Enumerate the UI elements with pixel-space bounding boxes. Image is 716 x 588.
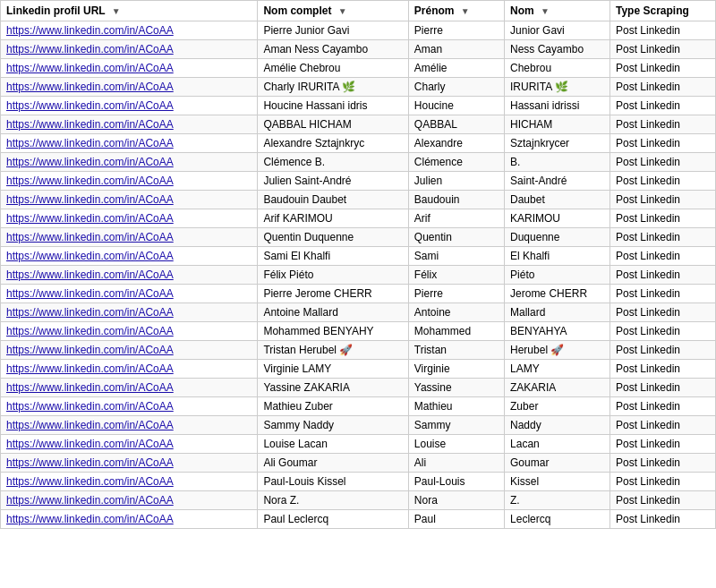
linkedin-url-link[interactable]: https://www.linkedin.com/in/ACoAA	[6, 287, 174, 300]
cell-nom-complet: Félix Piéto	[258, 266, 408, 285]
cell-url: https://www.linkedin.com/in/ACoAA	[1, 435, 258, 454]
cell-nom-complet: Julien Saint-André	[258, 172, 408, 191]
linkedin-url-link[interactable]: https://www.linkedin.com/in/ACoAA	[6, 381, 174, 394]
cell-type-scraping: Post Linkedin	[610, 379, 716, 397]
linkedin-url-link[interactable]: https://www.linkedin.com/in/ACoAA	[6, 344, 174, 356]
linkedin-url-link[interactable]: https://www.linkedin.com/in/ACoAA	[6, 438, 174, 450]
cell-nom-complet: Alexandre Sztajnkryc	[258, 134, 408, 153]
cell-nom: Saint-André	[505, 172, 610, 191]
cell-url: https://www.linkedin.com/in/ACoAA	[1, 134, 258, 153]
linkedin-url-link[interactable]: https://www.linkedin.com/in/ACoAA	[6, 475, 174, 488]
cell-nom-complet: Sami El Khalfi	[258, 247, 408, 266]
cell-nom-complet: Arif KARIMOU	[258, 209, 408, 228]
cell-prenom: Virginie	[408, 360, 504, 379]
table-row: https://www.linkedin.com/in/ACoAAPaul Le…	[1, 510, 716, 529]
cell-prenom: Paul	[408, 510, 504, 529]
linkedin-url-link[interactable]: https://www.linkedin.com/in/ACoAA	[6, 81, 174, 93]
cell-url: https://www.linkedin.com/in/ACoAA	[1, 115, 258, 134]
cell-prenom: Julien	[408, 172, 504, 191]
linkedin-url-link[interactable]: https://www.linkedin.com/in/ACoAA	[6, 419, 174, 431]
table-row: https://www.linkedin.com/in/ACoAAQABBAL …	[1, 115, 716, 134]
cell-url: https://www.linkedin.com/in/ACoAA	[1, 40, 258, 59]
cell-nom: Junior Gavi	[505, 21, 610, 40]
cell-url: https://www.linkedin.com/in/ACoAA	[1, 153, 258, 172]
linkedin-url-link[interactable]: https://www.linkedin.com/in/ACoAA	[6, 250, 174, 262]
cell-nom-complet: Clémence B.	[258, 153, 408, 172]
linkedin-url-link[interactable]: https://www.linkedin.com/in/ACoAA	[6, 62, 174, 74]
cell-type-scraping: Post Linkedin	[610, 78, 716, 97]
linkedin-url-link[interactable]: https://www.linkedin.com/in/ACoAA	[6, 175, 174, 187]
table-row: https://www.linkedin.com/in/ACoAAPierre …	[1, 285, 716, 303]
cell-nom-complet: Mathieu Zuber	[258, 397, 408, 416]
cell-nom: Sztajnkrycer	[505, 134, 610, 153]
cell-prenom: Houcine	[408, 97, 504, 115]
cell-url: https://www.linkedin.com/in/ACoAA	[1, 191, 258, 209]
linkedin-url-link[interactable]: https://www.linkedin.com/in/ACoAA	[6, 137, 174, 149]
header-linkedin-url-label: Linkedin profil URL	[6, 4, 105, 17]
cell-nom: Z.	[505, 491, 610, 510]
linkedin-url-link[interactable]: https://www.linkedin.com/in/ACoAA	[6, 43, 174, 55]
linkedin-url-link[interactable]: https://www.linkedin.com/in/ACoAA	[6, 268, 174, 281]
cell-prenom: Pierre	[408, 21, 504, 40]
header-linkedin-url: Linkedin profil URL ▼	[1, 1, 258, 21]
cell-nom-complet: Houcine Hassani idris	[258, 97, 408, 115]
linkedin-url-link[interactable]: https://www.linkedin.com/in/ACoAA	[6, 231, 174, 243]
linkedin-url-link[interactable]: https://www.linkedin.com/in/ACoAA	[6, 24, 174, 37]
filter-icon-prenom[interactable]: ▼	[461, 6, 470, 16]
cell-nom: ZAKARIA	[505, 379, 610, 397]
cell-type-scraping: Post Linkedin	[610, 303, 716, 322]
cell-url: https://www.linkedin.com/in/ACoAA	[1, 303, 258, 322]
linkedin-url-link[interactable]: https://www.linkedin.com/in/ACoAA	[6, 193, 174, 206]
linkedin-url-link[interactable]: https://www.linkedin.com/in/ACoAA	[6, 99, 174, 112]
header-type-scraping: Type Scraping	[610, 1, 716, 21]
filter-icon-nom[interactable]: ▼	[541, 6, 550, 16]
cell-url: https://www.linkedin.com/in/ACoAA	[1, 510, 258, 529]
linkedin-url-link[interactable]: https://www.linkedin.com/in/ACoAA	[6, 212, 174, 225]
cell-type-scraping: Post Linkedin	[610, 191, 716, 209]
table-row: https://www.linkedin.com/in/ACoAALouise …	[1, 435, 716, 454]
cell-nom-complet: Yassine ZAKARIA	[258, 379, 408, 397]
header-nom-label: Nom	[510, 4, 534, 17]
cell-type-scraping: Post Linkedin	[610, 285, 716, 303]
cell-nom-complet: Baudouin Daubet	[258, 191, 408, 209]
cell-nom-complet: QABBAL HICHAM	[258, 115, 408, 134]
cell-nom: Kissel	[505, 473, 610, 491]
filter-icon-nom-complet[interactable]: ▼	[338, 6, 347, 16]
table-row: https://www.linkedin.com/in/ACoAAHoucine…	[1, 97, 716, 115]
linkedin-url-link[interactable]: https://www.linkedin.com/in/ACoAA	[6, 400, 174, 413]
linkedin-url-link[interactable]: https://www.linkedin.com/in/ACoAA	[6, 456, 174, 469]
filter-icon-url[interactable]: ▼	[112, 6, 121, 16]
cell-nom-complet: Virginie LAMY	[258, 360, 408, 379]
cell-url: https://www.linkedin.com/in/ACoAA	[1, 491, 258, 510]
cell-url: https://www.linkedin.com/in/ACoAA	[1, 285, 258, 303]
cell-url: https://www.linkedin.com/in/ACoAA	[1, 360, 258, 379]
cell-prenom: Amélie	[408, 59, 504, 78]
cell-prenom: Ali	[408, 454, 504, 473]
cell-url: https://www.linkedin.com/in/ACoAA	[1, 209, 258, 228]
cell-nom: El Khalfi	[505, 247, 610, 266]
table-row: https://www.linkedin.com/in/ACoAAArif KA…	[1, 209, 716, 228]
cell-prenom: Baudouin	[408, 191, 504, 209]
cell-nom: Hassani idrissi	[505, 97, 610, 115]
cell-type-scraping: Post Linkedin	[610, 134, 716, 153]
table-row: https://www.linkedin.com/in/ACoAAAlexand…	[1, 134, 716, 153]
linkedin-url-link[interactable]: https://www.linkedin.com/in/ACoAA	[6, 362, 174, 375]
cell-nom: IRURITA 🌿	[505, 78, 610, 97]
linkedin-url-link[interactable]: https://www.linkedin.com/in/ACoAA	[6, 325, 174, 337]
cell-nom: Goumar	[505, 454, 610, 473]
linkedin-url-link[interactable]: https://www.linkedin.com/in/ACoAA	[6, 156, 174, 168]
cell-type-scraping: Post Linkedin	[610, 454, 716, 473]
cell-nom: Naddy	[505, 416, 610, 435]
cell-prenom: Louise	[408, 435, 504, 454]
linkedin-url-link[interactable]: https://www.linkedin.com/in/ACoAA	[6, 494, 174, 507]
linkedin-url-link[interactable]: https://www.linkedin.com/in/ACoAA	[6, 118, 174, 131]
table-row: https://www.linkedin.com/in/ACoAAMohamme…	[1, 322, 716, 341]
cell-nom-complet: Ali Goumar	[258, 454, 408, 473]
linkedin-url-link[interactable]: https://www.linkedin.com/in/ACoAA	[6, 306, 174, 319]
cell-prenom: Mathieu	[408, 397, 504, 416]
cell-prenom: Arif	[408, 209, 504, 228]
cell-nom: Duquenne	[505, 228, 610, 247]
cell-url: https://www.linkedin.com/in/ACoAA	[1, 454, 258, 473]
linkedin-url-link[interactable]: https://www.linkedin.com/in/ACoAA	[6, 513, 174, 525]
cell-nom: Leclercq	[505, 510, 610, 529]
